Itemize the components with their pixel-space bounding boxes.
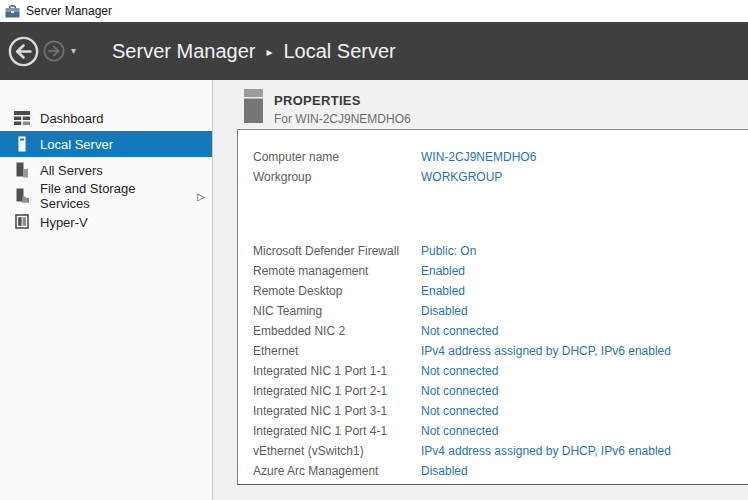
property-value-link[interactable]: Enabled: [421, 264, 465, 278]
property-row: vEthernet (vSwitch1) IPv4 address assign…: [238, 441, 748, 461]
section-subtitle: For WIN-2CJ9NEMDHO6: [274, 112, 411, 126]
properties-tile-header: PROPERTIES For WIN-2CJ9NEMDHO6: [244, 89, 411, 126]
property-row: Azure Arc Management Disabled: [238, 461, 748, 481]
property-label: Integrated NIC 1 Port 2-1: [253, 384, 421, 398]
local-server-icon: [13, 136, 30, 152]
property-label: Integrated NIC 1 Port 1-1: [253, 364, 421, 378]
sidebar-item-label: Local Server: [40, 137, 113, 152]
property-value-link[interactable]: WIN-2CJ9NEMDHO6: [421, 150, 536, 164]
submenu-chevron-icon[interactable]: ▷: [197, 191, 205, 202]
property-label: Embedded NIC 2: [253, 324, 421, 338]
property-row: Remote Desktop Enabled: [238, 281, 748, 301]
property-value-link[interactable]: WORKGROUP: [421, 170, 502, 184]
sidebar-item-all-servers[interactable]: All Servers: [0, 157, 212, 183]
property-value-link[interactable]: Public: On: [421, 244, 476, 258]
back-arrow-icon: [8, 36, 39, 67]
main-content: PROPERTIES For WIN-2CJ9NEMDHO6 Computer …: [213, 80, 748, 500]
back-button[interactable]: [8, 36, 39, 67]
server-tower-icon: [244, 89, 263, 126]
sidebar-item-dashboard[interactable]: Dashboard: [0, 105, 212, 131]
sidebar-item-label: Hyper-V: [40, 215, 88, 230]
all-servers-icon: [13, 162, 30, 178]
property-label: vEthernet (vSwitch1): [253, 444, 421, 458]
file-storage-icon: [13, 188, 30, 204]
sidebar-item-label: All Servers: [40, 163, 103, 178]
property-row: Remote management Enabled: [238, 261, 748, 281]
property-value-link[interactable]: Disabled: [421, 464, 468, 478]
section-title: PROPERTIES: [274, 93, 411, 108]
property-label: Remote management: [253, 264, 421, 278]
property-label: Computer name: [253, 150, 421, 164]
server-manager-window: Server Manager ▾: [0, 0, 748, 500]
property-value-link[interactable]: Not connected: [421, 404, 498, 418]
property-row: Computer name WIN-2CJ9NEMDHO6: [238, 147, 748, 167]
property-label: Ethernet: [253, 344, 421, 358]
sidebar-item-file-storage-services[interactable]: File and Storage Services ▷: [0, 183, 212, 209]
property-label: Azure Arc Management: [253, 464, 421, 478]
forward-button[interactable]: [43, 40, 65, 62]
property-row: Integrated NIC 1 Port 1-1 Not connected: [238, 361, 748, 381]
dashboard-grid-icon: [13, 110, 30, 126]
property-row: Microsoft Defender Firewall Public: On: [238, 241, 748, 261]
hyper-v-icon: [13, 214, 30, 230]
property-row: Integrated NIC 1 Port 2-1 Not connected: [238, 381, 748, 401]
sidebar-nav: Dashboard Local Server All Servers: [0, 80, 213, 500]
property-row: Integrated NIC 1 Port 3-1 Not connected: [238, 401, 748, 421]
property-value-link[interactable]: Disabled: [421, 304, 468, 318]
property-row: Integrated NIC 1 Port 4-1 Not connected: [238, 421, 748, 441]
property-row: Embedded NIC 2 Not connected: [238, 321, 748, 341]
properties-group-identity: Computer name WIN-2CJ9NEMDHO6 Workgroup …: [238, 147, 748, 187]
nav-history-dropdown-icon[interactable]: ▾: [71, 46, 76, 56]
property-row: Ethernet IPv4 address assigned by DHCP, …: [238, 341, 748, 361]
breadcrumb-separator-icon: ▸: [266, 45, 272, 59]
property-label: NIC Teaming: [253, 304, 421, 318]
window-title: Server Manager: [26, 4, 112, 18]
property-value-link[interactable]: Not connected: [421, 364, 498, 378]
breadcrumb-current: Local Server: [283, 40, 395, 63]
property-label: Workgroup: [253, 170, 421, 184]
property-label: Remote Desktop: [253, 284, 421, 298]
property-value-link[interactable]: IPv4 address assigned by DHCP, IPv6 enab…: [421, 344, 671, 358]
property-row: Workgroup WORKGROUP: [238, 167, 748, 187]
window-titlebar: Server Manager: [0, 0, 748, 22]
property-value-link[interactable]: Not connected: [421, 324, 498, 338]
sidebar-item-label: Dashboard: [40, 111, 104, 126]
properties-panel: Computer name WIN-2CJ9NEMDHO6 Workgroup …: [237, 129, 748, 485]
sidebar-item-label: File and Storage Services: [40, 181, 187, 211]
property-value-link[interactable]: Not connected: [421, 424, 498, 438]
property-value-link[interactable]: Not connected: [421, 384, 498, 398]
breadcrumb: Server Manager ▸ Local Server: [112, 40, 396, 63]
properties-group-status: Microsoft Defender Firewall Public: On R…: [238, 241, 748, 481]
navigation-bar: ▾ Server Manager ▸ Local Server: [0, 22, 748, 80]
property-label: Integrated NIC 1 Port 3-1: [253, 404, 421, 418]
sidebar-item-hyper-v[interactable]: Hyper-V: [0, 209, 212, 235]
property-value-link[interactable]: Enabled: [421, 284, 465, 298]
server-manager-app-icon: [5, 5, 20, 18]
property-row: NIC Teaming Disabled: [238, 301, 748, 321]
breadcrumb-root[interactable]: Server Manager: [112, 40, 255, 63]
forward-arrow-icon: [43, 40, 65, 62]
property-label: Microsoft Defender Firewall: [253, 244, 421, 258]
sidebar-item-local-server[interactable]: Local Server: [0, 131, 212, 157]
property-label: Integrated NIC 1 Port 4-1: [253, 424, 421, 438]
property-value-link[interactable]: IPv4 address assigned by DHCP, IPv6 enab…: [421, 444, 671, 458]
nav-buttons: ▾: [8, 36, 76, 67]
